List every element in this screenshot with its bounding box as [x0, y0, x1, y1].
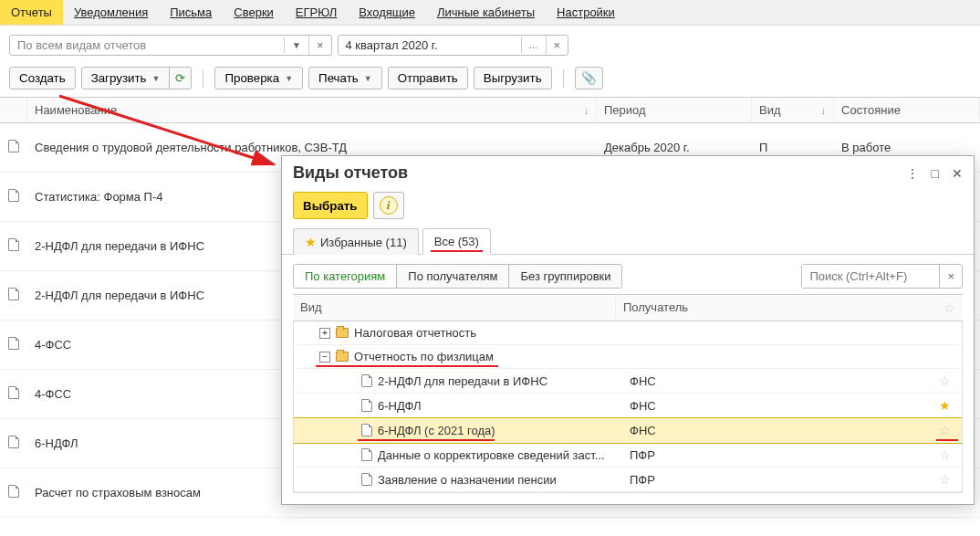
- search-input[interactable]: [802, 265, 939, 288]
- filter-period[interactable]: 4 квартал 2020 г. … ×: [338, 35, 569, 56]
- document-icon: [361, 473, 372, 486]
- annotation-underline: [316, 365, 498, 367]
- nav-egrul[interactable]: ЕГРЮЛ: [285, 0, 348, 25]
- print-button[interactable]: Печать▼: [308, 67, 382, 89]
- col-icon: [0, 98, 27, 122]
- folder-icon: [336, 328, 349, 338]
- tree-item-row[interactable]: 6-НДФЛ ФНС ★: [294, 394, 962, 418]
- nav-settings[interactable]: Настройки: [546, 0, 626, 25]
- filter-row: По всем видам отчетов ▼ × 4 квартал 2020…: [0, 26, 980, 59]
- ellipsis-icon[interactable]: …: [521, 37, 546, 53]
- separator: [203, 69, 203, 88]
- star-icon[interactable]: ☆: [939, 373, 951, 388]
- info-icon: i: [380, 196, 398, 215]
- filter-period-text: 4 квартал 2020 г.: [339, 36, 521, 55]
- document-icon: [8, 189, 19, 202]
- tree-folder-row[interactable]: − Отчетность по физлицам: [294, 345, 962, 369]
- filter-type-text: По всем видам отчетов: [10, 36, 284, 55]
- chevron-down-icon: ▼: [285, 74, 293, 83]
- tree-body: + Налоговая отчетность − Отчетность по ф…: [293, 321, 963, 493]
- star-icon[interactable]: ☆: [939, 447, 951, 462]
- clear-icon[interactable]: ×: [308, 36, 331, 55]
- annotation-underline: [936, 439, 958, 441]
- tab-favorites[interactable]: ★ Избранные (11): [293, 228, 419, 255]
- document-icon: [8, 288, 19, 300]
- nav-incoming[interactable]: Входящие: [348, 0, 426, 25]
- tree-item-row[interactable]: Заявление о назначении пенсии ПФР ☆: [294, 468, 962, 492]
- load-button[interactable]: Загрузить▼: [81, 67, 171, 89]
- nav-notifications[interactable]: Уведомления: [63, 0, 159, 25]
- chevron-down-icon: ▼: [364, 74, 372, 83]
- info-button[interactable]: i: [373, 192, 404, 219]
- filter-report-type[interactable]: По всем видам отчетов ▼ ×: [9, 35, 332, 56]
- attach-button[interactable]: 📎: [575, 67, 603, 89]
- star-icon: ☆: [944, 300, 955, 315]
- document-icon: [8, 337, 19, 350]
- subtab-categories[interactable]: По категориям: [294, 265, 397, 288]
- create-button[interactable]: Создать: [9, 67, 76, 89]
- check-button[interactable]: Проверка▼: [214, 67, 303, 89]
- close-icon[interactable]: ✕: [952, 166, 963, 181]
- star-icon[interactable]: ★: [939, 398, 951, 413]
- col-name[interactable]: Наименование↓: [27, 98, 597, 122]
- sort-arrow-icon: ↓: [821, 105, 827, 116]
- sort-arrow-icon: ↓: [584, 105, 589, 116]
- expand-icon[interactable]: +: [319, 328, 330, 339]
- annotation-underline: [431, 250, 483, 252]
- select-button[interactable]: Выбрать: [293, 192, 368, 219]
- tree-col-vid[interactable]: Вид: [293, 295, 616, 321]
- star-icon: ★: [305, 235, 317, 249]
- folder-icon: [336, 352, 349, 362]
- refresh-icon: ⟳: [175, 71, 185, 85]
- clear-icon[interactable]: ×: [546, 36, 568, 55]
- subtab-no-group[interactable]: Без группировки: [509, 265, 621, 288]
- more-icon[interactable]: ⋮: [906, 166, 919, 181]
- nav-reconciliations[interactable]: Сверки: [223, 0, 285, 25]
- star-icon[interactable]: ☆: [939, 472, 951, 487]
- document-icon: [8, 386, 19, 399]
- chevron-down-icon: ▼: [152, 74, 161, 83]
- main-toolbar: Создать Загрузить▼ ⟳ Проверка▼ Печать▼ О…: [0, 59, 980, 97]
- separator: [563, 69, 564, 88]
- export-button[interactable]: Выгрузить: [474, 67, 552, 89]
- tab-all[interactable]: Все (53): [422, 228, 491, 255]
- col-vid[interactable]: Вид↓: [752, 98, 834, 122]
- tree-folder-row[interactable]: + Налоговая отчетность: [294, 321, 962, 345]
- top-nav: Отчеты Уведомления Письма Сверки ЕГРЮЛ В…: [0, 0, 980, 26]
- clear-search-icon[interactable]: ×: [939, 265, 962, 288]
- document-icon: [8, 436, 19, 448]
- document-icon: [8, 140, 19, 152]
- report-types-dialog: Виды отчетов ⋮ □ ✕ Выбрать i ★ Избранные…: [281, 155, 975, 505]
- nav-reports[interactable]: Отчеты: [0, 0, 63, 25]
- document-icon: [361, 374, 372, 387]
- table-header: Наименование↓ Период Вид↓ Состояние: [0, 97, 980, 123]
- chevron-down-icon[interactable]: ▼: [284, 37, 308, 53]
- tree-item-row[interactable]: Данные о корректировке сведений заст... …: [294, 443, 962, 468]
- paperclip-icon: 📎: [581, 71, 597, 85]
- tree-item-row[interactable]: 2-НДФЛ для передачи в ИФНС ФНС ☆: [294, 369, 962, 394]
- document-icon: [8, 485, 19, 498]
- nav-cabinets[interactable]: Личные кабинеты: [426, 0, 546, 25]
- star-icon[interactable]: ☆: [939, 423, 951, 437]
- annotation-underline: [358, 439, 495, 441]
- document-icon: [361, 424, 372, 436]
- document-icon: [8, 238, 19, 251]
- col-state[interactable]: Состояние: [834, 98, 980, 122]
- tree-col-recipient[interactable]: Получатель: [616, 295, 935, 321]
- tree-col-star[interactable]: ☆: [935, 295, 963, 321]
- refresh-button[interactable]: ⟳: [169, 67, 192, 89]
- dialog-title: Виды отчетов: [293, 163, 906, 183]
- subtab-recipients[interactable]: По получателям: [397, 265, 509, 288]
- maximize-icon[interactable]: □: [932, 166, 939, 181]
- document-icon: [361, 399, 372, 412]
- send-button[interactable]: Отправить: [388, 67, 468, 89]
- col-period[interactable]: Период: [597, 98, 752, 122]
- collapse-icon[interactable]: −: [319, 352, 330, 363]
- document-icon: [361, 448, 372, 461]
- tree-item-row[interactable]: 6-НДФЛ (с 2021 года) ФНС ☆: [294, 418, 962, 443]
- nav-letters[interactable]: Письма: [159, 0, 223, 25]
